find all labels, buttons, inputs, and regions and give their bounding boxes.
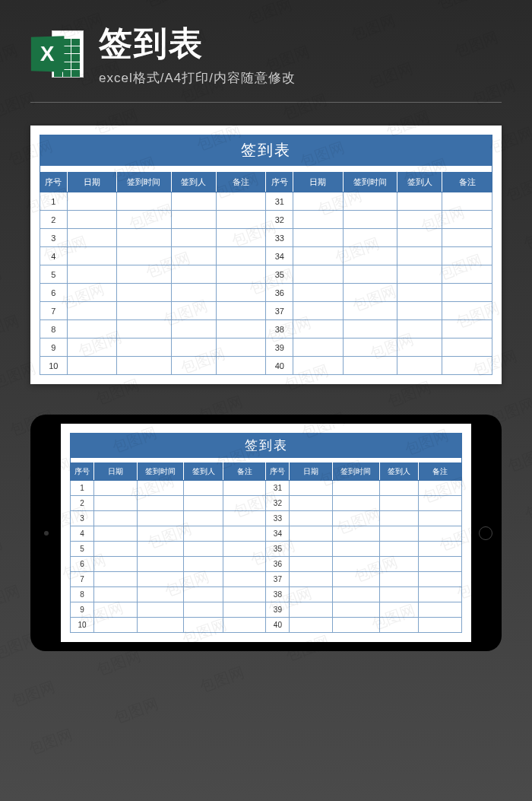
table-cell xyxy=(419,557,462,572)
table-cell xyxy=(333,557,380,572)
column-header: 序号 xyxy=(266,173,293,192)
page-header: X 签到表 excel格式/A4打印/内容随意修改 xyxy=(0,0,532,102)
table-cell: 1 xyxy=(40,192,68,211)
table-cell xyxy=(171,302,217,320)
table-cell: 35 xyxy=(266,542,290,557)
table-cell xyxy=(379,602,419,618)
table-row: 636 xyxy=(71,557,462,572)
table-row: 232 xyxy=(71,496,462,511)
table-cell xyxy=(223,496,266,511)
table-row: 333 xyxy=(40,229,492,247)
table-row: 1040 xyxy=(71,618,462,633)
table-cell xyxy=(93,587,137,602)
sheet-title: 签到表 xyxy=(40,135,492,166)
sheet-preview: 签到表 序号日期签到时间签到人备注序号日期签到时间签到人备注 131232333… xyxy=(30,126,502,384)
table-cell: 33 xyxy=(266,229,293,247)
table-row: 636 xyxy=(40,284,492,302)
table-cell xyxy=(223,481,266,496)
table-cell xyxy=(217,265,266,284)
table-cell: 3 xyxy=(40,229,68,247)
table-cell xyxy=(343,247,397,265)
page-title: 签到表 xyxy=(99,21,502,66)
table-cell xyxy=(223,526,266,542)
table-cell xyxy=(223,572,266,587)
table-cell xyxy=(217,302,266,320)
table-cell xyxy=(290,602,333,618)
table-cell xyxy=(293,192,343,211)
table-cell xyxy=(117,192,171,211)
table-cell xyxy=(419,618,462,633)
table-cell xyxy=(137,587,184,602)
table-cell xyxy=(343,320,397,339)
column-header: 签到时间 xyxy=(117,173,171,192)
table-cell xyxy=(117,265,171,284)
excel-icon: X xyxy=(30,27,84,81)
column-header: 日期 xyxy=(93,463,137,481)
table-cell: 8 xyxy=(40,320,68,339)
table-row: 838 xyxy=(71,587,462,602)
table-cell xyxy=(217,284,266,302)
table-cell: 10 xyxy=(40,357,68,375)
table-cell xyxy=(442,357,492,375)
table-cell xyxy=(293,357,343,375)
table-cell xyxy=(419,572,462,587)
tablet-screen: 签到表 序号日期签到时间签到人备注序号日期签到时间签到人备注 131232333… xyxy=(61,424,471,642)
table-cell xyxy=(67,339,116,357)
table-cell xyxy=(333,496,380,511)
table-cell xyxy=(137,481,184,496)
table-cell xyxy=(343,229,397,247)
table-row: 838 xyxy=(40,320,492,339)
table-row: 737 xyxy=(40,302,492,320)
table-cell xyxy=(67,229,116,247)
table-cell xyxy=(290,572,333,587)
table-cell xyxy=(184,602,223,618)
table-cell xyxy=(67,284,116,302)
table-cell xyxy=(184,526,223,542)
table-cell xyxy=(442,229,492,247)
table-cell xyxy=(67,265,116,284)
column-header: 签到人 xyxy=(184,463,223,481)
table-cell xyxy=(217,247,266,265)
table-cell xyxy=(293,265,343,284)
table-cell xyxy=(343,192,397,211)
table-cell: 39 xyxy=(266,602,290,618)
table-cell: 5 xyxy=(40,265,68,284)
table-cell: 38 xyxy=(266,320,293,339)
table-cell xyxy=(184,481,223,496)
table-cell xyxy=(442,339,492,357)
table-cell xyxy=(93,618,137,633)
table-cell xyxy=(217,357,266,375)
column-header: 签到人 xyxy=(379,463,419,481)
table-cell xyxy=(333,511,380,526)
table-cell: 36 xyxy=(266,557,290,572)
table-cell xyxy=(117,320,171,339)
table-cell xyxy=(117,302,171,320)
table-cell xyxy=(184,496,223,511)
table-cell xyxy=(379,496,419,511)
table-cell xyxy=(293,247,343,265)
table-cell xyxy=(290,526,333,542)
table-cell: 2 xyxy=(71,496,94,511)
table-cell xyxy=(397,357,442,375)
table-cell xyxy=(137,526,184,542)
table-cell xyxy=(171,357,217,375)
table-cell xyxy=(117,339,171,357)
table-header-row: 序号日期签到时间签到人备注序号日期签到时间签到人备注 xyxy=(71,463,462,481)
table-cell xyxy=(397,284,442,302)
table-cell xyxy=(93,496,137,511)
table-cell: 5 xyxy=(71,542,94,557)
table-cell: 9 xyxy=(40,339,68,357)
table-cell xyxy=(217,339,266,357)
table-cell: 35 xyxy=(266,265,293,284)
table-cell xyxy=(379,511,419,526)
tablet-camera-icon xyxy=(44,531,49,536)
table-cell xyxy=(333,618,380,633)
table-cell xyxy=(293,320,343,339)
table-cell xyxy=(67,320,116,339)
table-cell xyxy=(290,481,333,496)
table-cell: 40 xyxy=(266,618,290,633)
column-header: 日期 xyxy=(290,463,333,481)
table-cell xyxy=(379,526,419,542)
table-cell xyxy=(379,587,419,602)
table-cell xyxy=(397,229,442,247)
